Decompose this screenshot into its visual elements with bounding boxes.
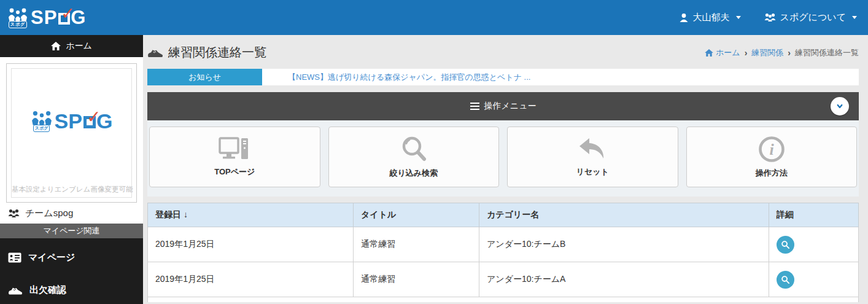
checkbox-glyph: ✓: [83, 116, 96, 128]
team-name: チームspog: [0, 203, 143, 224]
sort-desc-icon: ↓: [184, 209, 188, 219]
sidebar-item-attendance[interactable]: 出欠確認: [0, 276, 143, 304]
breadcrumb-current: 練習関係連絡一覧: [795, 47, 859, 58]
detail-button[interactable]: [777, 236, 794, 254]
group-icon: [8, 209, 20, 218]
brand-subtitle: スポグ: [9, 21, 28, 28]
column-header-detail: 詳細: [769, 203, 859, 227]
filter-search-button[interactable]: 絞り込み検索: [328, 127, 500, 187]
help-button[interactable]: i 操作方法: [686, 127, 858, 187]
action-menu-title: 操作メニュー: [484, 101, 537, 112]
about-menu[interactable]: スポグについて: [764, 12, 857, 23]
emblem-spog-logo: スポグ SP✓G: [31, 110, 113, 132]
chevron-down-icon: [835, 101, 845, 111]
breadcrumb-parent[interactable]: 練習関係: [751, 47, 783, 58]
breadcrumb-separator: ›: [788, 48, 791, 58]
chevron-down-icon: [852, 16, 857, 19]
family-icon: スポグ: [7, 7, 28, 28]
sidebar-item-mypage[interactable]: マイページ: [0, 243, 143, 271]
search-icon: [400, 136, 428, 163]
top-page-button[interactable]: TOPページ: [149, 127, 320, 187]
sidebar: ホーム スポグ SP✓G 基本設定よりエンブレム画像変更可能: [0, 35, 143, 304]
team-emblem-image[interactable]: スポグ SP✓G 基本設定よりエンブレム画像変更可能: [6, 63, 137, 203]
check-icon: ✓: [61, 6, 76, 22]
reset-arrow-icon: [578, 137, 606, 162]
sneaker-icon: [147, 47, 163, 58]
id-card-icon: [8, 252, 21, 263]
news-ticker-tab: お知らせ: [147, 69, 262, 85]
cell-title: 通常練習: [354, 262, 479, 297]
table-header-row: 登録日 ↓ タイトル カテゴリー名 詳細: [148, 203, 859, 227]
main-content: 練習関係連絡一覧 ホーム › 練習関係 › 練習関係連絡一覧 お知らせ 【NEW…: [143, 35, 868, 304]
cell-date: 2019年1月25日: [148, 262, 354, 297]
about-label: スポグについて: [780, 12, 846, 23]
top-navbar: スポグ SP✓G 大山郁夫 スポグについて: [0, 0, 868, 35]
cell-category: アンダー10:チームA: [479, 262, 769, 297]
column-header-date[interactable]: 登録日 ↓: [148, 203, 354, 227]
action-buttons-row: TOPページ 絞り込み検索 リセット: [149, 127, 857, 187]
magnifier-icon: [781, 275, 790, 284]
home-icon: [51, 42, 61, 50]
info-icon: i: [758, 136, 785, 163]
reset-button[interactable]: リセット: [507, 127, 678, 187]
sneaker-icon: [8, 285, 23, 295]
spog-logo[interactable]: スポグ SP✓G: [7, 7, 86, 28]
page-title: 練習関係連絡一覧: [147, 44, 266, 61]
collapse-button[interactable]: [831, 97, 849, 115]
navbar-right: 大山郁夫 スポグについて: [679, 12, 857, 23]
checkbox-glyph: ✓: [58, 13, 70, 25]
breadcrumb-separator: ›: [745, 48, 748, 58]
breadcrumb: ホーム › 練習関係 › 練習関係連絡一覧: [705, 47, 859, 58]
sidebar-item-label: 出欠確認: [29, 284, 66, 296]
cell-detail: [769, 227, 859, 262]
page-header: 練習関係連絡一覧 ホーム › 練習関係 › 練習関係連絡一覧: [147, 44, 859, 61]
news-link[interactable]: 【NEWS】逃げ切り続ける森保ジャパン。指揮官の思惑とベトナ ...: [262, 69, 530, 85]
partial-next-row: [147, 297, 859, 302]
column-header-category: カテゴリー名: [479, 203, 769, 227]
brand-wordmark: SP✓G: [31, 8, 86, 27]
hamburger-icon: [470, 103, 479, 110]
chevron-down-icon: [736, 16, 741, 19]
breadcrumb-home[interactable]: ホーム: [705, 47, 740, 58]
home-icon: [705, 49, 713, 57]
table-row: 2019年1月25日 通常練習 アンダー10:チームB: [148, 227, 859, 262]
team-name-label: チームspog: [25, 208, 73, 219]
sidebar-item-label: マイページ: [28, 252, 75, 263]
contact-list-table: 登録日 ↓ タイトル カテゴリー名 詳細 2019年1月25日 通常練習 アンダ…: [147, 203, 859, 297]
detail-button[interactable]: [777, 271, 794, 289]
cell-title: 通常練習: [354, 227, 479, 262]
sidebar-section-mypage: マイページ関連: [0, 224, 143, 238]
sidebar-home-label: ホーム: [66, 41, 92, 52]
action-menu-bar[interactable]: 操作メニュー: [147, 92, 859, 120]
emblem-caption: 基本設定よりエンブレム画像変更可能: [12, 185, 131, 194]
svg-text:i: i: [769, 141, 774, 158]
desktop-icon: [219, 137, 250, 162]
column-header-title: タイトル: [354, 203, 479, 227]
sidebar-menu: マイページ 出欠確認: [0, 238, 143, 304]
group-icon: [764, 13, 776, 22]
family-icon: スポグ: [31, 110, 53, 132]
magnifier-icon: [781, 240, 790, 249]
table-row: 2019年1月25日 通常練習 アンダー10:チームA: [148, 262, 859, 297]
cell-category: アンダー10:チームB: [479, 227, 769, 262]
user-menu[interactable]: 大山郁夫: [679, 12, 741, 23]
check-icon: ✓: [87, 109, 101, 126]
news-ticker: お知らせ 【NEWS】逃げ切り続ける森保ジャパン。指揮官の思惑とベトナ ...: [147, 69, 859, 85]
cell-detail: [769, 262, 859, 297]
action-menu-panel: 操作メニュー TOPページ: [147, 92, 859, 197]
user-name: 大山郁夫: [693, 12, 730, 23]
sidebar-item-home[interactable]: ホーム: [0, 35, 143, 57]
cell-date: 2019年1月25日: [148, 227, 354, 262]
user-icon: [679, 13, 689, 23]
